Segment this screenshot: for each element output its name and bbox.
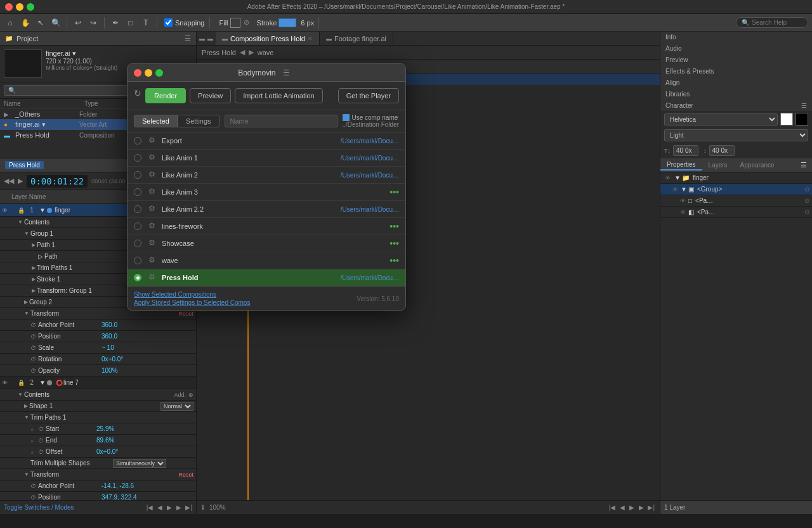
expand-icon[interactable]: ▼	[681, 186, 687, 193]
expand-icon[interactable]: ▶	[32, 242, 36, 248]
comp-settings-icon[interactable]: ⚙	[147, 221, 157, 231]
playback-icon[interactable]: ◀◀	[4, 177, 14, 185]
fill-swatch[interactable]	[230, 18, 240, 28]
keyframe-icon[interactable]: ⬦	[30, 437, 38, 444]
layer-row[interactable]: ▼ Contents Add: ⊕	[0, 389, 196, 401]
comp-row[interactable]: ⚙ Press Hold /Users/markl/Docu…	[128, 269, 405, 287]
visibility-icon[interactable]: 👁	[0, 380, 9, 386]
effects-header[interactable]: Effects & Presets	[660, 66, 812, 77]
layers-menu-icon[interactable]: ☰	[801, 161, 812, 169]
minimize-button[interactable]	[16, 3, 23, 11]
font-style-select[interactable]: Light	[664, 129, 808, 141]
comp-radio[interactable]	[134, 171, 141, 179]
stopwatch-icon[interactable]: ⏱	[30, 483, 38, 489]
tab-settings[interactable]: Settings	[178, 115, 219, 127]
prop-value[interactable]: 360.0	[102, 333, 117, 340]
snapping-checkbox[interactable]	[164, 18, 173, 27]
select-tool-icon[interactable]: ↖	[34, 16, 47, 29]
toggle-switches-label[interactable]: Toggle Switches / Modes	[4, 504, 74, 511]
help-search-input[interactable]	[752, 19, 802, 26]
lock-icon[interactable]: 🔒	[16, 380, 25, 386]
layer-row[interactable]: ⏱ Opacity 100%	[0, 365, 196, 377]
project-menu-icon[interactable]: ☰	[185, 34, 191, 42]
visibility-icon[interactable]: 👁	[671, 186, 679, 193]
comp-radio[interactable]	[134, 240, 141, 247]
prop-value[interactable]: 360.0	[102, 321, 117, 328]
audio-header[interactable]: Audio	[660, 43, 812, 54]
prop-icon[interactable]: ⏱	[38, 437, 46, 444]
shape-tool-icon[interactable]: □	[124, 16, 137, 29]
font-size-x-input[interactable]	[673, 145, 698, 156]
play-icon[interactable]: ▶	[18, 177, 23, 185]
prop-value[interactable]: 100%	[102, 367, 118, 374]
comp-settings-icon[interactable]: ⚙	[147, 187, 157, 197]
first-frame-icon[interactable]: |◀	[609, 504, 616, 511]
prop-value[interactable]: 0x+0.0°	[96, 448, 118, 455]
tab-appearance[interactable]: Appearance	[734, 160, 781, 170]
expand-icon[interactable]: ▼	[18, 219, 23, 225]
next-frame-icon[interactable]: ▶	[639, 504, 644, 511]
stroke-swatch[interactable]	[278, 18, 296, 27]
nav-next-icon[interactable]: ▶	[176, 504, 181, 511]
expand-icon[interactable]: ▼	[24, 472, 29, 477]
comp-row[interactable]: ⚙ lines-firework •••	[128, 218, 405, 235]
font-size-y-input[interactable]	[709, 145, 735, 156]
prop-value[interactable]: -14.1, -28.6	[102, 482, 134, 489]
comp-settings-icon[interactable]: ⚙	[147, 255, 157, 266]
expand-icon[interactable]: ▼	[24, 311, 29, 316]
stopwatch-icon[interactable]: ⏱	[30, 333, 38, 340]
layer-row[interactable]: ▼ Trim Paths 1	[0, 412, 196, 423]
comp-row[interactable]: ⚙ wave •••	[128, 252, 405, 269]
align-header[interactable]: Align	[660, 77, 812, 88]
lock-icon[interactable]: 🔒	[16, 207, 25, 214]
layer-row[interactable]: ⬦ ⏱ Start 25.9%	[0, 423, 196, 435]
home-icon[interactable]: ⌂	[4, 16, 16, 29]
tab-close-icon[interactable]: ✕	[308, 35, 313, 42]
preview-header[interactable]: Preview	[660, 55, 812, 65]
layer-row[interactable]: ⏱ Scale ~ 10	[0, 342, 196, 354]
info-header[interactable]: Info	[660, 32, 812, 42]
tab-properties[interactable]: Properties	[660, 160, 702, 171]
prop-value[interactable]: 0x+0.0°	[102, 356, 123, 363]
comp-radio[interactable]	[134, 257, 141, 264]
stopwatch-icon[interactable]: ⏱	[30, 345, 38, 351]
comp-radio[interactable]	[134, 274, 141, 281]
refresh-icon[interactable]: ↻	[134, 88, 141, 103]
layer-item[interactable]: 👁 ◧ <Pa… ⊙	[660, 207, 812, 218]
pen-tool-icon[interactable]: ✒	[109, 16, 122, 29]
use-comp-name-checkbox[interactable]	[343, 114, 350, 121]
modal-minimize-btn[interactable]	[145, 69, 152, 77]
expand-icon[interactable]: ▶	[32, 265, 36, 271]
layer-row[interactable]: ⬦ ⏱ End 89.6%	[0, 435, 196, 446]
blend-mode-select[interactable]: Normal	[160, 402, 193, 411]
expand-icon[interactable]: ▼	[24, 231, 29, 236]
expand-icon[interactable]: ▼	[674, 174, 681, 181]
layer-row[interactable]: ⏱ Rotation 0x+0.0°	[0, 354, 196, 365]
nav-play-icon[interactable]: ▶	[167, 504, 172, 511]
comp-radio[interactable]	[134, 205, 141, 213]
reset-link[interactable]: Reset	[178, 311, 196, 317]
visibility-icon[interactable]: 👁	[0, 207, 9, 214]
play-btn[interactable]: ▶	[629, 504, 634, 511]
undo-icon[interactable]: ↩	[72, 16, 84, 29]
hand-tool-icon[interactable]: ✋	[19, 16, 32, 29]
comp-settings-icon[interactable]: ⚙	[147, 204, 157, 214]
layer-row[interactable]: ⏱ Position 360.0	[0, 331, 196, 342]
prop-icon[interactable]: ⏱	[38, 426, 46, 432]
apply-stored-link[interactable]: Apply Stored Settings to Selected Comps	[134, 299, 250, 306]
prev-frame-icon[interactable]: ◀	[620, 504, 625, 511]
breadcrumb-nav-left[interactable]: ◀	[240, 48, 245, 56]
comp-settings-icon[interactable]: ⚙	[147, 273, 157, 283]
comp-radio[interactable]	[134, 222, 141, 230]
prop-icon[interactable]: ⏱	[38, 449, 46, 455]
layer-row[interactable]: ⏱ Anchor Point 360.0	[0, 319, 196, 331]
comp-row[interactable]: ⚙ Export /Users/markl/Docu…	[128, 132, 405, 150]
layer-row[interactable]: 👁 🔒 2 ▼ ⭕ line 7	[0, 377, 196, 389]
prop-value[interactable]: 89.6%	[96, 437, 114, 444]
layer-item[interactable]: 👁 ▼ 📁 finger	[660, 172, 812, 184]
time-display[interactable]: 0:00:01:22	[27, 175, 88, 188]
character-header[interactable]: Character ☰	[660, 100, 812, 111]
layer-options-icon[interactable]: ⊙	[804, 197, 809, 204]
comp-radio[interactable]	[134, 137, 141, 145]
tab-selected[interactable]: Selected	[134, 115, 178, 127]
